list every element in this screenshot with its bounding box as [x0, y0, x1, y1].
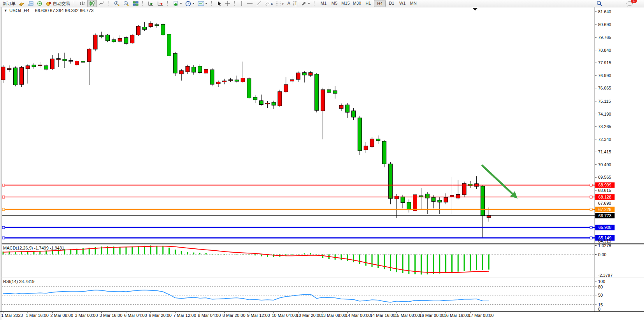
- indicators-caret-icon: [180, 3, 182, 4]
- timeframe-M1[interactable]: M1: [318, 0, 328, 6]
- cursor-icon: [217, 1, 222, 6]
- autotrading-label: 自动交易: [53, 1, 70, 7]
- chart-shift-button[interactable]: [156, 0, 165, 7]
- trendline-button[interactable]: [255, 0, 263, 7]
- timeframe-MN[interactable]: MN: [408, 0, 418, 6]
- horizontal-line-icon: [247, 1, 253, 6]
- charts-cloud-icon: [28, 1, 34, 6]
- chart-area[interactable]: [2, 12, 595, 243]
- line-chart-button[interactable]: [98, 0, 106, 7]
- arrow-shapes-icon: [301, 1, 307, 6]
- symbol-period-label: USOil-,H4: [9, 8, 30, 13]
- indicators-button[interactable]: [172, 0, 183, 7]
- fibonacci-button[interactable]: F: [275, 0, 285, 7]
- clock-icon: [185, 1, 191, 7]
- periods-caret-icon: [192, 3, 195, 4]
- crosshair-icon: [225, 1, 230, 6]
- bar-chart-icon: [79, 1, 85, 6]
- toolbar-separator: [167, 1, 170, 6]
- text-label-button[interactable]: T: [292, 0, 299, 7]
- toolbar: 新订单 自动交易: [0, 0, 644, 7]
- symbol-ohlc-label: 66.630 67.364 66.332 66.773: [35, 8, 93, 13]
- toolbar-separator: [109, 1, 111, 6]
- price-axis[interactable]: [595, 7, 644, 311]
- search-button[interactable]: [595, 0, 604, 7]
- arrows-caret-icon: [308, 3, 310, 4]
- toolbar-right-group: 1: [595, 0, 635, 7]
- signals-button[interactable]: [36, 0, 44, 7]
- toolbar-separator: [234, 1, 237, 6]
- templates-caret-icon: [205, 3, 207, 4]
- candlestick-icon: [89, 1, 95, 6]
- fibonacci-icon: [276, 1, 282, 6]
- vertical-line-button[interactable]: [239, 0, 245, 7]
- text-button[interactable]: A: [286, 0, 291, 7]
- notifications-button[interactable]: 1: [625, 0, 634, 7]
- toolbar-separator: [74, 1, 76, 6]
- cursor-button[interactable]: [216, 0, 223, 7]
- toolbar-separator: [314, 1, 316, 6]
- trendline-icon: [256, 1, 261, 6]
- toolbar-separator: [211, 1, 214, 6]
- timeframe-H4[interactable]: H4: [374, 0, 386, 7]
- tile-windows-button[interactable]: [132, 0, 140, 7]
- search-icon: [596, 0, 603, 7]
- fibo-f-label: F: [282, 2, 284, 5]
- rsi-indicator-label: RSI(14) 28.7819: [3, 279, 35, 284]
- zoom-out-button[interactable]: [122, 0, 131, 7]
- new-chart-button[interactable]: [18, 0, 26, 7]
- equidistant-channel-button[interactable]: E: [263, 0, 274, 7]
- candlestick-chart-button[interactable]: [87, 0, 97, 7]
- chart-shift-icon: [157, 1, 163, 6]
- new-order-label: 新订单: [3, 1, 16, 7]
- timeframe-W1[interactable]: W1: [397, 0, 407, 6]
- auto-scroll-icon: [148, 1, 154, 6]
- tile-windows-icon: [133, 1, 139, 6]
- toolbar-separator: [142, 1, 145, 6]
- timeframe-M5[interactable]: M5: [329, 0, 339, 6]
- timeframe-D1[interactable]: D1: [386, 0, 397, 6]
- profiles-button[interactable]: [26, 0, 35, 7]
- timeframe-H1[interactable]: H1: [363, 0, 373, 6]
- horizontal-line-button[interactable]: [246, 0, 254, 7]
- text-t-label: T: [293, 1, 298, 6]
- new-order-button[interactable]: 新订单: [0, 0, 17, 7]
- channel-e-label: E: [271, 2, 273, 5]
- notification-badge: 1: [631, 0, 637, 3]
- text-a-label: A: [287, 1, 290, 6]
- left-edge: [0, 7, 2, 320]
- crosshair-button[interactable]: [224, 0, 232, 7]
- bar-chart-button[interactable]: [78, 0, 86, 7]
- autotrading-button[interactable]: 自动交易: [45, 0, 71, 7]
- chart-surface: ▼ USOil-,H4 66.630 67.364 66.332 66.773 …: [0, 0, 644, 320]
- channel-icon: [265, 1, 271, 6]
- timeframe-group: M1M5M15M30H1H4D1W1MN: [318, 0, 419, 7]
- gold-box-icon: [19, 1, 25, 6]
- macd-indicator-label: MACD(12,26,9) -1.7499 -1.9431: [3, 246, 64, 250]
- line-chart-icon: [99, 1, 105, 6]
- terminal-window: ▼ USOil-,H4 66.630 67.364 66.332 66.773 …: [0, 0, 644, 320]
- add-indicator-icon: [173, 1, 179, 7]
- vertical-line-icon: [240, 1, 244, 6]
- auto-scroll-button[interactable]: [147, 0, 155, 7]
- templates-button[interactable]: [197, 0, 209, 7]
- autotrading-icon: [46, 1, 52, 6]
- arrows-button[interactable]: [300, 0, 311, 7]
- timeframe-M30[interactable]: M30: [352, 0, 362, 6]
- zoom-in-icon: [114, 1, 120, 7]
- zoom-in-button[interactable]: [113, 0, 121, 7]
- timeframe-M15[interactable]: M15: [340, 0, 351, 6]
- template-icon: [198, 1, 204, 6]
- zoom-out-icon: [123, 1, 130, 7]
- signal-icon: [37, 1, 43, 6]
- collapse-icon[interactable]: ▼: [4, 9, 7, 12]
- time-axis[interactable]: [0, 312, 644, 320]
- periods-button[interactable]: [184, 0, 196, 7]
